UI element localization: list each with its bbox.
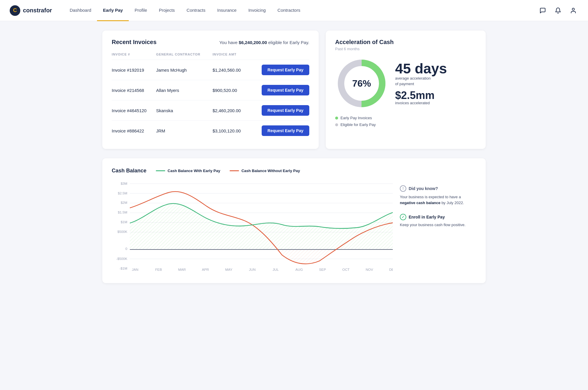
tip-header: ! Did you know? xyxy=(400,185,476,192)
invoice-action: Request Early Pay xyxy=(248,100,309,121)
eligible-text: You have $6,240,200.00 eligible for Earl… xyxy=(219,40,309,45)
invoice-amount: $2,460,200.00 xyxy=(213,100,248,121)
col-amount: Invoice Amt xyxy=(213,53,248,60)
tip-text: Your business is expected to have a nega… xyxy=(400,194,476,206)
tip-title: Did you know? xyxy=(409,186,438,191)
logo[interactable]: C constrafor xyxy=(9,5,52,16)
nav-links: Dashboard Early Pay Profile Projects Con… xyxy=(64,0,537,21)
legend-eligible-dot xyxy=(335,123,338,126)
svg-text:MAY: MAY xyxy=(225,268,233,271)
logo-text: constrafor xyxy=(23,7,52,14)
navbar: C constrafor Dashboard Early Pay Profile… xyxy=(0,0,588,21)
enroll-title: Enroll in Early Pay xyxy=(409,215,445,219)
svg-text:-$500K: -$500K xyxy=(116,257,127,260)
tip-block: ! Did you know? Your business is expecte… xyxy=(400,185,476,206)
svg-text:C: C xyxy=(13,7,17,13)
svg-text:-$1M: -$1M xyxy=(119,267,127,270)
col-invoice: Invoice # xyxy=(112,53,156,60)
tip-icon: ! xyxy=(400,185,406,192)
table-row: Invoice #886422 JRM $3,100,120.00 Reques… xyxy=(112,121,309,141)
legend-eligible: Eligible for Early Pay xyxy=(335,122,476,127)
invoice-action: Request Early Pay xyxy=(248,121,309,141)
invoices-title: Recent Invoices xyxy=(112,39,156,46)
table-row: Invoice #214568 Allan Myers $900,520.00 … xyxy=(112,80,309,100)
enroll-icon: ✓ xyxy=(400,214,406,220)
chart-sidebar: ! Did you know? Your business is expecte… xyxy=(400,168,476,274)
enroll-block: ✓ Enroll in Early Pay Keep your business… xyxy=(400,214,476,227)
legend-with-early-pay: Cash Balance With Early Pay xyxy=(156,169,220,173)
eligible-amount: $6,240,200.00 xyxy=(239,40,267,45)
nav-link-insurance[interactable]: Insurance xyxy=(211,0,243,21)
col-contractor: General Contractor xyxy=(156,53,213,60)
invoice-id: Invoice #214568 xyxy=(112,80,156,100)
svg-text:0: 0 xyxy=(126,247,127,251)
main-content: Recent Invoices You have $6,240,200.00 e… xyxy=(88,21,500,292)
nav-link-early-pay[interactable]: Early Pay xyxy=(97,0,129,21)
chat-icon[interactable] xyxy=(537,5,548,16)
nav-link-profile[interactable]: Profile xyxy=(129,0,153,21)
table-row: Invoice #4645120 Skanska $2,460,200.00 R… xyxy=(112,100,309,121)
donut-percent: 76% xyxy=(352,78,371,89)
svg-text:$1M: $1M xyxy=(121,220,127,224)
svg-text:OCT: OCT xyxy=(342,268,350,271)
user-icon[interactable] xyxy=(568,5,579,16)
request-early-pay-button[interactable]: Request Early Pay xyxy=(262,85,309,95)
chart-title: Cash Balance xyxy=(112,168,146,174)
nav-link-invoicing[interactable]: Invoicing xyxy=(243,0,272,21)
invoice-action: Request Early Pay xyxy=(248,60,309,80)
accel-body: 76% 45 days average accelerationof payme… xyxy=(335,57,476,110)
invoice-contractor: James McHugh xyxy=(156,60,213,80)
legend-without-early-pay: Cash Balance Without Early Pay xyxy=(230,169,300,173)
svg-text:MAR: MAR xyxy=(178,268,186,271)
request-early-pay-button[interactable]: Request Early Pay xyxy=(262,65,309,75)
request-early-pay-button[interactable]: Request Early Pay xyxy=(262,105,309,116)
svg-text:$2M: $2M xyxy=(121,201,127,204)
legend-early-pay: Early Pay Invoices xyxy=(335,116,476,120)
chart-area: Cash Balance Cash Balance With Early Pay… xyxy=(112,168,393,274)
table-row: Invoice #192019 James McHugh $1,240,560.… xyxy=(112,60,309,80)
legend-green-line xyxy=(156,170,165,171)
legend-early-pay-dot xyxy=(335,117,338,120)
invoice-amount: $1,240,560.00 xyxy=(213,60,248,80)
svg-text:JUL: JUL xyxy=(273,268,279,271)
svg-text:JAN: JAN xyxy=(132,268,138,271)
enroll-header: ✓ Enroll in Early Pay xyxy=(400,214,476,220)
svg-text:JUN: JUN xyxy=(249,268,256,271)
cash-section: Cash Balance Cash Balance With Early Pay… xyxy=(102,158,486,283)
accel-legend: Early Pay Invoices Eligible for Early Pa… xyxy=(335,116,476,127)
invoice-amount: $900,520.00 xyxy=(213,80,248,100)
request-early-pay-button[interactable]: Request Early Pay xyxy=(262,125,309,136)
nav-link-dashboard[interactable]: Dashboard xyxy=(64,0,97,21)
svg-text:NOV: NOV xyxy=(366,268,373,271)
donut-chart: 76% xyxy=(335,57,388,110)
accel-days: 45 days xyxy=(395,62,447,76)
invoices-card: Recent Invoices You have $6,240,200.00 e… xyxy=(102,31,319,149)
invoice-amount: $3,100,120.00 xyxy=(213,121,248,141)
top-section: Recent Invoices You have $6,240,200.00 e… xyxy=(102,31,486,149)
nav-link-contracts[interactable]: Contracts xyxy=(181,0,211,21)
svg-text:AUG: AUG xyxy=(295,268,303,271)
invoice-contractor: Allan Myers xyxy=(156,80,213,100)
accel-amount: $2.5mm xyxy=(395,90,447,101)
svg-point-2 xyxy=(572,8,574,10)
legend-red-line xyxy=(230,170,239,171)
svg-text:$3M: $3M xyxy=(121,182,127,185)
logo-icon: C xyxy=(9,5,21,16)
notification-icon[interactable] xyxy=(553,5,563,16)
nav-link-contractors[interactable]: Contractors xyxy=(272,0,306,21)
accel-days-label: average accelerationof payment xyxy=(395,76,447,86)
svg-text:DEC: DEC xyxy=(389,268,393,271)
invoice-id: Invoice #886422 xyxy=(112,121,156,141)
accel-stats: 45 days average accelerationof payment $… xyxy=(395,62,447,105)
chart-header: Cash Balance Cash Balance With Early Pay… xyxy=(112,168,393,174)
invoice-table: Invoice # General Contractor Invoice Amt… xyxy=(112,53,309,141)
acceleration-card: Acceleration of Cash Past 6 months 76% 4… xyxy=(326,31,486,149)
svg-text:$1.5M: $1.5M xyxy=(118,211,127,214)
invoice-id: Invoice #192019 xyxy=(112,60,156,80)
invoices-card-header: Recent Invoices You have $6,240,200.00 e… xyxy=(112,39,309,46)
nav-link-projects[interactable]: Projects xyxy=(153,0,181,21)
accel-title: Acceleration of Cash xyxy=(335,39,476,46)
nav-actions xyxy=(537,5,579,16)
svg-text:$500K: $500K xyxy=(117,230,127,233)
accel-amount-label: invoices accelerated xyxy=(395,101,447,105)
